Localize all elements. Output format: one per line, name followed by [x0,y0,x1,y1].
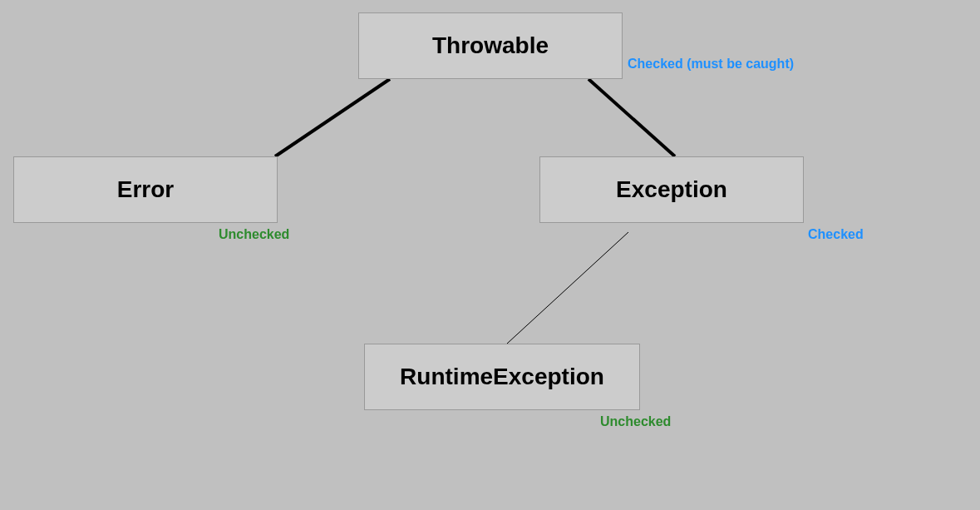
annotation-error: Unchecked [219,227,289,242]
node-exception: Exception [539,156,804,223]
annotation-throwable: Checked (must be caught) [628,57,794,72]
node-exception-label: Exception [616,176,727,203]
annotation-exception: Checked [808,227,864,242]
svg-line-2 [507,232,628,344]
node-runtime-exception-label: RuntimeException [400,364,604,390]
svg-line-1 [588,79,675,156]
annotation-runtime-exception: Unchecked [600,414,671,429]
svg-line-0 [275,79,390,156]
node-throwable: Throwable [358,12,623,79]
node-throwable-label: Throwable [432,32,549,59]
node-error-label: Error [117,176,174,203]
node-runtime-exception: RuntimeException [364,344,640,410]
node-error: Error [13,156,278,223]
